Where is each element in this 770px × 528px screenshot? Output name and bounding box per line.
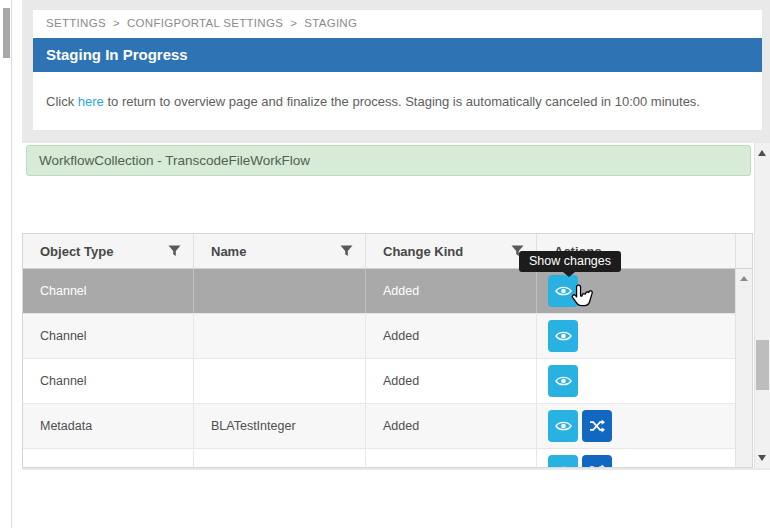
breadcrumb-separator: > xyxy=(290,17,297,29)
filter-icon[interactable] xyxy=(340,245,353,257)
show-changes-button[interactable] xyxy=(548,410,578,442)
scroll-up-icon[interactable] xyxy=(740,276,748,281)
cell-actions xyxy=(537,359,736,403)
breadcrumb: SETTINGS > CONFIGPORTAL SETTINGS > STAGI… xyxy=(46,17,357,29)
cell-change-kind: Added xyxy=(366,404,537,448)
cell-object-type: Channel xyxy=(23,359,194,403)
staging-header-panel: SETTINGS > CONFIGPORTAL SETTINGS > STAGI… xyxy=(33,10,762,130)
eye-icon xyxy=(555,329,572,343)
cell-name xyxy=(194,359,366,403)
page-title: Staging In Progress xyxy=(46,38,188,72)
table-row[interactable] xyxy=(23,449,736,467)
show-changes-button[interactable] xyxy=(548,365,578,397)
table-row[interactable]: Metadata BLATestInteger Added xyxy=(23,404,736,449)
cell-actions xyxy=(537,404,736,448)
workflow-collection-banner: WorkflowCollection - TranscodeFileWorkFl… xyxy=(26,145,751,176)
title-bar: Staging In Progress xyxy=(33,38,762,72)
breadcrumb-item-staging[interactable]: STAGING xyxy=(304,17,357,29)
changes-grid: Object Type Name Change Kind Actions xyxy=(22,233,753,468)
show-changes-tooltip: Show changes xyxy=(519,251,621,272)
tooltip-caret xyxy=(563,272,575,277)
left-scrollbar-track xyxy=(11,0,12,528)
cell-object-type: Metadata xyxy=(23,404,194,448)
left-scrollbar-thumb[interactable] xyxy=(3,8,10,58)
cell-change-kind: Added xyxy=(366,359,537,403)
table-row[interactable]: Channel Added xyxy=(23,269,736,314)
cell-object-type: Channel xyxy=(23,314,194,358)
eye-icon xyxy=(555,374,572,388)
eye-icon xyxy=(555,284,572,298)
scroll-up-icon[interactable] xyxy=(758,150,766,156)
grid-header: Object Type Name Change Kind Actions xyxy=(23,234,752,269)
scrollbar-thumb[interactable] xyxy=(756,340,769,390)
column-header-change-kind[interactable]: Change Kind xyxy=(366,234,537,268)
staging-message: Click here to return to overview page an… xyxy=(46,94,700,109)
table-row[interactable]: Channel Added xyxy=(23,359,736,404)
show-changes-button[interactable] xyxy=(548,455,578,467)
message-text-post: to return to overview page and finalize … xyxy=(104,94,700,109)
show-changes-button[interactable] xyxy=(548,275,578,307)
cell-change-kind: Added xyxy=(366,314,537,358)
show-changes-button[interactable] xyxy=(548,320,578,352)
breadcrumb-item-configportal-settings[interactable]: CONFIGPORTAL SETTINGS xyxy=(127,17,283,29)
shuffle-icon xyxy=(589,464,605,467)
cell-name xyxy=(194,269,366,313)
cell-actions xyxy=(537,314,736,358)
scroll-down-icon[interactable] xyxy=(758,455,766,461)
column-header-name[interactable]: Name xyxy=(194,234,366,268)
cell-change-kind: Added xyxy=(366,269,537,313)
grid-scrollbar[interactable] xyxy=(735,269,752,467)
breadcrumb-separator: > xyxy=(113,17,120,29)
compare-button[interactable] xyxy=(582,455,612,467)
cell-change-kind xyxy=(366,449,537,467)
grid-body: Channel Added Channel Added xyxy=(23,269,752,467)
return-overview-link[interactable]: here xyxy=(78,94,104,109)
shuffle-icon xyxy=(589,419,605,433)
eye-icon xyxy=(555,464,572,467)
column-header-object-type[interactable]: Object Type xyxy=(23,234,194,268)
cell-name xyxy=(194,314,366,358)
breadcrumb-item-settings[interactable]: SETTINGS xyxy=(46,17,106,29)
table-row[interactable]: Channel Added xyxy=(23,314,736,359)
cell-actions xyxy=(537,449,736,467)
cell-object-type xyxy=(23,449,194,467)
cell-name xyxy=(194,449,366,467)
cell-name: BLATestInteger xyxy=(194,404,366,448)
header-spacer xyxy=(736,234,752,268)
eye-icon xyxy=(555,419,572,433)
cell-object-type: Channel xyxy=(23,269,194,313)
message-text-pre: Click xyxy=(46,94,78,109)
staging-content-box: WorkflowCollection - TranscodeFileWorkFl… xyxy=(22,143,755,468)
overlay-scrollbar[interactable] xyxy=(754,143,770,468)
filter-icon[interactable] xyxy=(168,245,181,257)
staging-page: { "breadcrumb": { "items": ["SETTINGS", … xyxy=(0,0,770,528)
compare-button[interactable] xyxy=(582,410,612,442)
